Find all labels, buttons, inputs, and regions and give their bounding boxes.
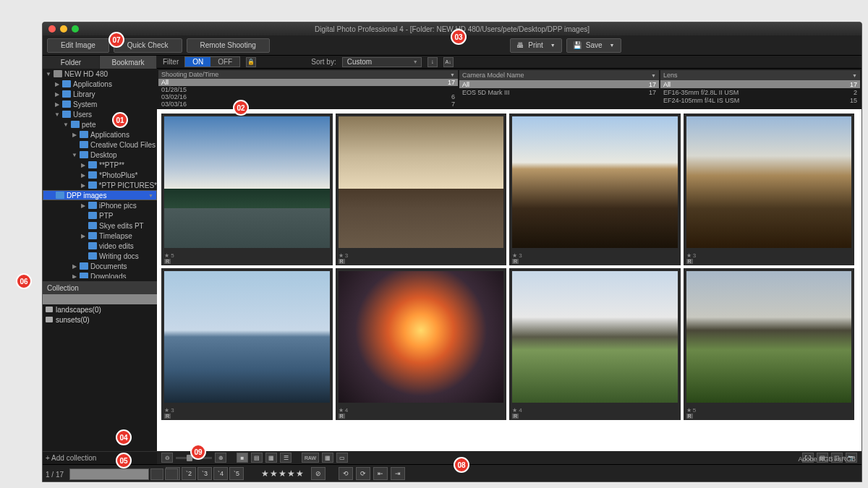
sidebar: Folder Bookmark NEW HD 480ApplicationsLi…	[43, 56, 157, 464]
film-icon[interactable]: ▭	[336, 453, 348, 463]
collection-item[interactable]: sunsets(0)	[43, 314, 157, 325]
callout-01: 01	[112, 112, 128, 128]
edit-image-button[interactable]: Edit Image	[47, 38, 109, 53]
callout-08: 08	[454, 457, 469, 473]
colorspace-label: Adobe RGB / sRGB	[798, 455, 856, 463]
filter-column[interactable]: LensAll17EF16-35mm f/2.8L II USM2EF24-10…	[660, 70, 860, 108]
print-button[interactable]: 🖶Print▼	[510, 38, 562, 53]
view-detail-icon[interactable]: ▦	[265, 453, 277, 463]
filter-label: Filter	[163, 58, 179, 66]
filter-columns: Shooting Date/TimeAll1701/28/1503/02/166…	[157, 69, 861, 109]
thumbnail[interactable]: ★ 5R	[684, 268, 855, 420]
tree-node[interactable]: Timelapse	[43, 231, 157, 241]
tree-node[interactable]: video edits	[43, 241, 157, 251]
checkmark-button[interactable]: `5	[229, 467, 244, 480]
app-window: Digital Photo Professional 4 - [Folder: …	[42, 22, 862, 482]
view-single-icon[interactable]: ■	[237, 453, 248, 463]
tree-node[interactable]: Documents	[43, 261, 157, 271]
callout-02: 02	[233, 100, 249, 116]
sort-select[interactable]: Custom	[342, 57, 422, 67]
thumbnail[interactable]: ★ 3R	[336, 114, 507, 265]
clear-rating-icon[interactable]: ⊘	[311, 467, 326, 480]
thumbnail[interactable]: ★ 3R	[684, 114, 855, 265]
add-collection-button[interactable]: + Add collection	[43, 451, 157, 464]
filter-column[interactable]: Camera Model NameAll17EOS 5D Mark III17	[459, 70, 659, 108]
view-list-icon[interactable]: ☰	[280, 453, 292, 463]
thumbnail[interactable]: ★ 4R	[509, 268, 681, 420]
sort-dir-icon[interactable]: ↓	[427, 57, 438, 67]
tree-node[interactable]: Applications	[43, 129, 157, 140]
remote-shooting-button[interactable]: Remote Shooting	[187, 38, 270, 53]
tree-node[interactable]: **PTP**	[43, 160, 157, 170]
filter-column[interactable]: Shooting Date/TimeAll1701/28/1503/02/166…	[158, 70, 458, 108]
tree-node[interactable]: Downloads	[43, 271, 157, 278]
grid-icon[interactable]: ▦	[322, 453, 333, 463]
tree-node[interactable]: *PTP PICTURES*	[43, 180, 157, 190]
next-icon[interactable]: ⇥	[391, 467, 405, 480]
view-compare-icon[interactable]: ▤	[251, 453, 263, 463]
sidebar-tabs: Folder Bookmark	[43, 56, 157, 69]
raw-toggle[interactable]: RAW	[302, 453, 319, 463]
collection-tab[interactable]: Collection	[43, 281, 157, 294]
lock-icon[interactable]: 🔒	[246, 57, 256, 67]
layout-grid-icon[interactable]	[69, 468, 149, 480]
zoom-out-icon[interactable]: ⊖	[161, 453, 173, 463]
tab-folder[interactable]: Folder	[43, 56, 100, 69]
tab-bookmark[interactable]: Bookmark	[100, 56, 157, 69]
tree-node[interactable]: PTP	[43, 210, 157, 221]
thumbnail[interactable]: ★ 5R	[161, 114, 333, 265]
tree-node[interactable]: Users	[43, 109, 157, 119]
tree-node[interactable]: Skye edits PT	[43, 221, 157, 231]
tree-node[interactable]: Library	[43, 89, 157, 99]
checkmark-button[interactable]: `2	[182, 467, 196, 480]
thumbnail[interactable]: ★ 3R	[161, 268, 333, 420]
checkmark-button[interactable]: `3	[197, 467, 212, 480]
tree-node[interactable]: *PhotoPlus*	[43, 170, 157, 180]
tree-node[interactable]: pete	[43, 119, 157, 129]
callout-03: 03	[451, 29, 467, 45]
layout-main-icon[interactable]	[150, 468, 163, 480]
zoom-in-icon[interactable]: ⊕	[215, 453, 226, 463]
collection-item[interactable]: landscapes(0)	[43, 304, 157, 314]
thumbnail[interactable]: ★ 3R	[509, 114, 681, 265]
filter-toggle[interactable]: ONOFF	[184, 56, 240, 67]
folder-tree[interactable]: NEW HD 480ApplicationsLibrarySystemUsers…	[43, 69, 157, 278]
rating-stars[interactable]: ★★★★★	[261, 468, 304, 479]
layout-buttons	[69, 468, 178, 480]
callout-07: 07	[109, 32, 124, 48]
callout-09: 09	[190, 444, 206, 460]
rotate-right-icon[interactable]: ⟳	[356, 467, 370, 480]
tree-node[interactable]: Writing docs	[43, 251, 157, 261]
tree-node[interactable]: Creative Cloud Files	[43, 140, 157, 150]
thumbnail[interactable]: ★ 4R	[336, 268, 507, 420]
tree-node[interactable]: System	[43, 99, 157, 109]
sort-label: Sort by:	[311, 58, 336, 66]
checkmark-button[interactable]: `4	[213, 467, 228, 480]
prev-icon[interactable]: ⇤	[373, 467, 388, 480]
tree-node[interactable]: Desktop	[43, 150, 157, 160]
tree-node[interactable]: DPP images	[43, 190, 157, 200]
rotate-left-icon[interactable]: ⟲	[339, 467, 353, 480]
collection-list: landscapes(0)sunsets(0)	[43, 294, 157, 451]
callout-04: 04	[116, 429, 132, 445]
status-count: 1 / 17	[46, 471, 64, 479]
save-button[interactable]: 💾Save▼	[566, 38, 621, 53]
layout-split-icon[interactable]	[165, 468, 178, 480]
callout-06: 06	[16, 273, 32, 289]
thumbnail-grid[interactable]: ★ 5R★ 3R★ 3R★ 3R★ 3R★ 4R★ 4R★ 5R	[157, 109, 861, 451]
tree-node[interactable]: Applications	[43, 79, 157, 89]
tree-node[interactable]: iPhone pics	[43, 200, 157, 210]
callout-05: 05	[116, 453, 132, 468]
view-toolbar: ⊖ ⊕ ■ ▤ ▦ ☰ RAW ▦ ▭ ⛶ ▤ ◲ 📷	[157, 451, 861, 464]
tree-node[interactable]: NEW HD 480	[43, 69, 157, 79]
filter-bar: Filter ONOFF 🔒 Sort by: Custom ↓ A↓	[157, 56, 861, 69]
sort-az-icon[interactable]: A↓	[443, 57, 454, 67]
